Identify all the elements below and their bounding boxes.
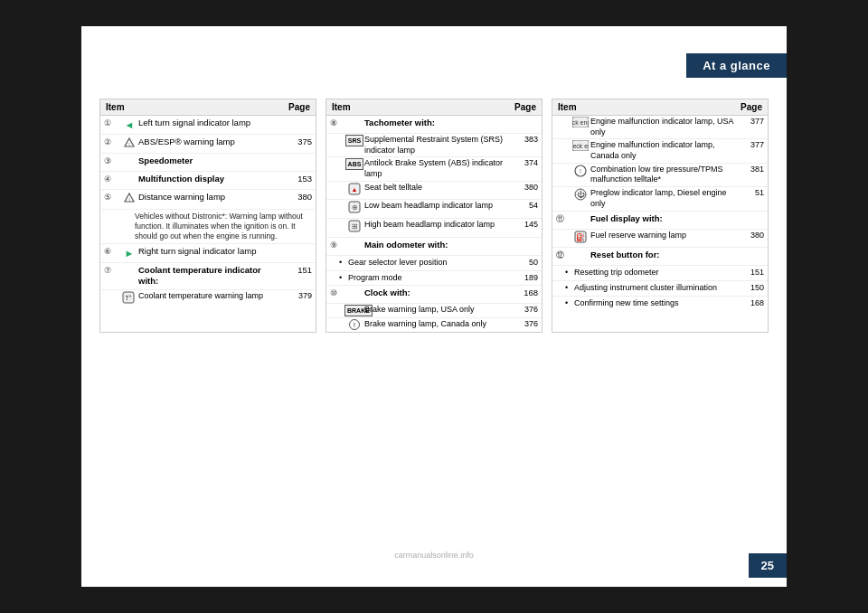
svg-text:⏻: ⏻ [577,191,585,199]
brake-canada-icon: ! [344,319,364,331]
empty-icon [572,213,590,214]
bullet-label: Adjusting instrument cluster illuminatio… [574,283,739,294]
col2-header-page: Page [514,102,536,112]
sub-label: Seat belt telltale [364,183,513,193]
sub-page: 374 [513,158,538,169]
empty-icon [346,118,364,118]
svg-text:check eng: check eng [572,143,589,150]
table-row: ⑧ Tachometer with: [326,116,542,134]
lowbeam-icon: ⊕ [344,201,364,217]
preglow-icon: ⏻ [571,188,590,204]
sub-page: 376 [513,305,538,316]
table-row: ⑦ Coolant temperature indicator with: 15… [100,263,316,290]
sub-label: High beam headlamp indicator lamp [364,220,513,231]
sub-row: ▲ Seat belt telltale 380 [326,182,542,201]
page: At a glance Item Page ① ◄ Left turn sign… [81,26,787,587]
row-num: ⑧ [330,118,346,129]
sub-row: check eng Engine malfunction indicator l… [552,139,768,163]
row-num: ⑫ [556,250,572,261]
sub-page: 145 [513,220,538,231]
empty-icon [572,250,590,250]
sub-page: 377 [739,140,764,151]
bullet-row: • Program mode 189 [326,271,542,287]
sub-row: ⊞ High beam headlamp indicator lamp 145 [326,219,542,238]
row-label: Tachometer with: [364,118,513,128]
col1-header: Item Page [100,99,316,116]
warning-icon: ! [120,137,138,152]
sub-row: ⊕ Low beam headlamp indicator lamp 54 [326,200,542,219]
table-row: ⑥ ► Right turn signal indicator lamp [100,244,316,263]
bullet-row: • Confirming new time settings 168 [552,297,768,311]
bullet-icon: • [565,283,574,294]
empty-icon [120,174,138,174]
sub-row: ABS Antilock Brake System (ABS) indicato… [326,157,542,181]
row-num: ④ [104,174,120,185]
table-row: ⑪ Fuel display with: [552,212,768,230]
table-row: ⑤ ! Distance warning lamp 380 [100,190,316,210]
sub-label: Engine malfunction indicator lamp, USA o… [590,117,739,137]
row-label: Reset button for: [590,250,739,260]
sub-row: BRAKE Brake warning lamp, USA only 376 [326,304,542,318]
empty-icon [346,288,364,288]
svg-text:⊕: ⊕ [352,203,358,212]
row-page: 168 [513,288,538,298]
col1-header-page: Page [288,102,310,112]
row-label: Distance warning lamp [138,192,287,203]
row-label: Speedometer [138,156,287,166]
bullet-page: 189 [513,273,538,284]
sub-row: ⛽ Fuel reserve warning lamp 380 [552,230,768,249]
row-label: Left turn signal indicator lamp [138,118,287,128]
sub-page: 380 [739,231,764,241]
header-bar: At a glance [686,53,787,78]
column-3: Item Page check engine Engine malfunctio… [552,99,769,333]
bullet-label: Confirming new time settings [574,298,739,309]
row-num: ① [104,118,120,129]
bullet-label: Gear selector lever position [348,258,513,269]
bullet-row: • Resetting trip odometer 151 [552,266,768,281]
col2-header-item: Item [332,102,351,112]
sub-label: Combination low tire pressure/TPMS malfu… [590,165,739,185]
bullet-icon: • [565,298,574,309]
row-label: Right turn signal indicator lamp [138,246,287,257]
srs-icon: SRS [344,135,364,146]
sub-label: Coolant temperature warning lamp [138,291,287,302]
table-row: ② ! ABS/ESP® warning lamp 375 [100,135,316,155]
header-title: At a glance [703,59,770,72]
table-row: ③ Speedometer [100,154,316,172]
arrow-left-icon: ◄ [120,118,138,132]
svg-text:⊞: ⊞ [352,222,358,231]
row-num: ⑪ [556,213,572,225]
page-number: 25 [749,553,787,578]
note-row: Vehicles without Distronic*: Warning lam… [100,210,316,244]
row-num: ② [104,137,120,148]
sub-label: Antilock Brake System (ABS) indicator la… [364,158,513,179]
col3-header-page: Page [741,102,762,112]
col3-header-item: Item [558,102,577,112]
row-label: Coolant temperature indicator with: [138,265,287,288]
sub-page: 379 [287,291,312,302]
svg-text:⛽: ⛽ [576,232,585,241]
bullet-page: 150 [739,283,764,294]
sub-page: 381 [739,165,764,175]
brake-usa-icon: BRAKE [344,305,364,316]
sub-row: SRS Supplemental Restraint System (SRS) … [326,134,542,157]
row-label: Multifunction display [138,174,287,184]
bullet-icon: • [339,273,348,284]
watermark: carmanualsonline.info [394,551,474,560]
check-engine-usa-icon: check engine [571,117,590,131]
svg-text:▲: ▲ [352,186,358,193]
col3-header: Item Page [552,99,768,116]
sub-page: 380 [513,183,538,193]
bullet-row: • Gear selector lever position 50 [326,256,542,271]
abs-icon: ABS [344,158,364,170]
bullet-label: Resetting trip odometer [574,268,739,278]
bullet-label: Program mode [348,273,513,284]
row-label: Clock with: [364,288,513,298]
sub-label: Engine malfunction indicator lamp, Canad… [590,140,739,161]
highbeam-icon: ⊞ [344,220,364,236]
arrow-right-icon: ► [120,246,138,260]
svg-text:T°: T° [125,295,131,301]
sub-page: 376 [513,319,538,330]
sub-row: ! Brake warning lamp, Canada only 376 [326,318,542,332]
bullet-icon: • [339,258,348,269]
